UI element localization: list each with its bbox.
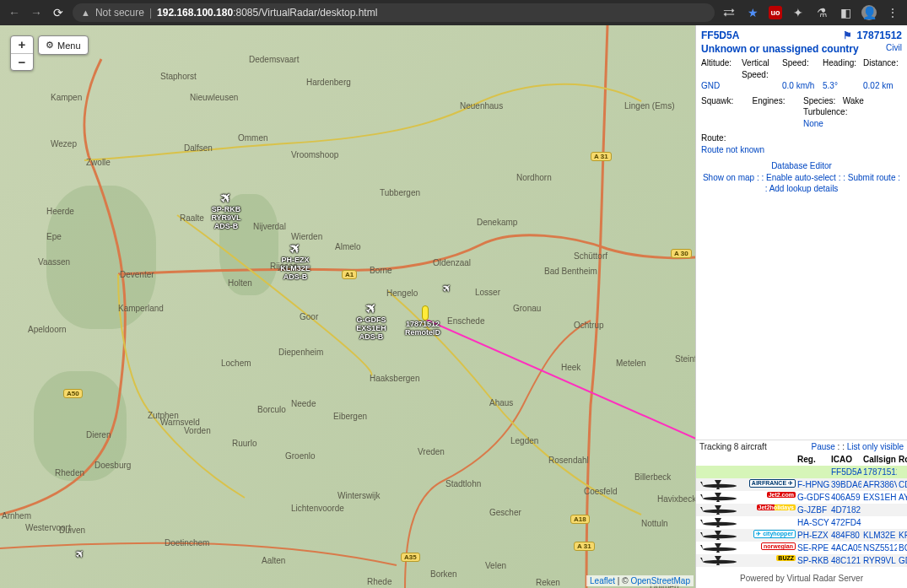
road-badge: A 30 xyxy=(671,249,692,258)
list-header: Tracking 8 aircraft Pause : : List only … xyxy=(696,440,907,453)
cell-callsign xyxy=(861,516,897,529)
cell-icao: FF5D5A xyxy=(829,466,861,478)
svg-point-7 xyxy=(703,560,737,564)
cell-icao: 484F80 xyxy=(829,529,861,542)
cell-reg: F-HPNG xyxy=(796,478,829,491)
sidebar: FF5D5A ⚑ 17871512 Unknown or unassigned … xyxy=(696,25,907,588)
cell-route xyxy=(897,516,907,529)
list-row[interactable]: AIRFRANCE ✈F-HPNG39BDA6AFR386VCDG xyxy=(696,478,907,491)
cell-reg: SP-RKB xyxy=(796,554,829,567)
add-lookup-link[interactable]: Add lookup details xyxy=(769,184,839,193)
value-distance: 0.02 km xyxy=(863,80,902,92)
road-badge: A50 xyxy=(63,389,83,398)
cell-route xyxy=(897,466,907,478)
cell-callsign: EXS1EH xyxy=(861,491,897,504)
panel-icon[interactable]: ◧ xyxy=(838,5,853,20)
detail-civilian: Civil xyxy=(886,42,902,56)
list-head-row: Reg. ICAO Callsign Rout xyxy=(696,453,907,466)
cell-icao: 4ACA05 xyxy=(829,542,861,554)
list-row[interactable]: FF5D5A17871512 xyxy=(696,466,907,478)
silhouette-cell: AIRFRANCE ✈ xyxy=(696,478,796,491)
label-speed: Speed: xyxy=(782,57,821,80)
cell-reg: PH-EZX xyxy=(796,529,829,542)
reload-button[interactable]: ⟳ xyxy=(51,5,66,20)
value-vs xyxy=(742,80,780,92)
detail-country: Unknown or unassigned country xyxy=(701,42,859,56)
silhouette-cell: BUZZ xyxy=(696,554,796,567)
extensions-icon[interactable]: ✦ xyxy=(791,5,806,20)
list-row[interactable]: Jet2holidaysG-JZBF4D7182 xyxy=(696,504,907,516)
col-route[interactable]: Rout xyxy=(897,453,907,466)
cell-icao: 39BDA6 xyxy=(829,478,861,491)
airline-badge: BUZZ xyxy=(776,555,796,561)
airline-badge: ✈ cityhopper xyxy=(753,530,796,538)
col-reg[interactable]: Reg. xyxy=(796,453,829,466)
cell-route: CDG xyxy=(897,478,907,491)
share-icon[interactable]: ⮂ xyxy=(721,5,737,20)
zoom-out-button[interactable]: − xyxy=(11,53,33,70)
list-row[interactable]: BUZZSP-RKB48C121RYR9VLGDN xyxy=(696,554,907,567)
col-icao[interactable]: ICAO xyxy=(829,453,861,466)
selected-marker[interactable] xyxy=(422,305,429,321)
cell-icao: 4D7182 xyxy=(829,504,861,516)
cell-route: BCN xyxy=(897,542,907,554)
show-on-map-link[interactable]: Show on map xyxy=(703,173,754,182)
labs-icon[interactable]: ⚗ xyxy=(814,5,829,20)
road-badge: A1 xyxy=(342,270,357,279)
profile-avatar[interactable]: 👤 xyxy=(861,5,877,20)
detail-callsign: 17871512 xyxy=(857,29,902,42)
silhouette-cell: Jet2.com xyxy=(696,491,796,504)
bookmark-icon[interactable]: ★ xyxy=(745,5,760,20)
map[interactable]: A 31A 30A1A50A18A 31A35 DedemsvaartHarde… xyxy=(0,25,696,588)
cell-route xyxy=(897,504,907,516)
map-attribution: Leaflet | © OpenStreetMap xyxy=(586,575,694,586)
cell-reg: SE-RPE xyxy=(796,542,829,554)
flag-icon: ⚑ xyxy=(843,29,852,42)
ublock-icon[interactable]: uo xyxy=(769,6,782,19)
col-callsign[interactable]: Callsign xyxy=(861,453,897,466)
url-text: 192.168.100.180:8085/VirtualRadar/deskto… xyxy=(157,7,377,19)
value-route: Route not known xyxy=(701,145,764,154)
chrome-actions: ⮂ ★ uo ✦ ⚗ ◧ 👤 ⋮ xyxy=(721,5,900,20)
zoom-in-button[interactable]: + xyxy=(11,36,33,53)
tracking-count: Tracking 8 aircraft xyxy=(699,442,767,451)
submit-route-link[interactable]: Submit route xyxy=(848,173,896,182)
cell-callsign: 17871512 xyxy=(861,466,897,478)
label-altitude: Altitude: xyxy=(701,57,740,80)
menu-button[interactable]: ⚙ Menu xyxy=(38,35,89,55)
cell-reg: G-JZBF xyxy=(796,504,829,516)
cell-icao: 406A59 xyxy=(829,491,861,504)
kebab-icon[interactable]: ⋮ xyxy=(885,5,900,20)
list-row[interactable]: HA-SCY472FD4 xyxy=(696,516,907,529)
silhouette-cell xyxy=(696,516,796,529)
db-editor-link[interactable]: Database Editor xyxy=(771,161,832,170)
menu-label: Menu xyxy=(57,40,81,51)
road-badge: A35 xyxy=(401,553,420,562)
cell-reg: HA-SCY xyxy=(796,516,829,529)
detail-icao: FF5D5A xyxy=(701,29,739,42)
forward-button[interactable]: → xyxy=(29,5,44,20)
osm-link[interactable]: OpenStreetMap xyxy=(630,576,690,585)
list-row[interactable]: norwegianSE-RPE4ACA05NSZ5512BCN xyxy=(696,542,907,554)
svg-point-1 xyxy=(703,484,737,488)
pause-link[interactable]: Pause xyxy=(811,442,834,451)
label-vs: Vertical Speed: xyxy=(742,57,780,80)
cell-reg: G-GDFS xyxy=(796,491,829,504)
cell-icao: 48C121 xyxy=(829,554,861,567)
list-row[interactable]: ✈ cityhopperPH-EZX484F80KLM32EKRK xyxy=(696,529,907,542)
auto-select-link[interactable]: Enable auto-select xyxy=(766,173,836,182)
cell-route: AYT- xyxy=(897,491,907,504)
back-button[interactable]: ← xyxy=(7,5,22,20)
footer-text: Powered by Virtual Radar Server xyxy=(696,567,907,588)
cell-callsign: AFR386V xyxy=(861,478,897,491)
list-only-visible-link[interactable]: List only visible xyxy=(847,442,904,451)
cell-callsign: NSZ5512 xyxy=(861,542,897,554)
value-speed: 0.0 km/h xyxy=(782,80,821,92)
cell-route: KRK xyxy=(897,529,907,542)
value-altitude: GND xyxy=(701,80,740,92)
airline-badge: Jet2holidays xyxy=(757,504,796,510)
address-bar[interactable]: ▲ Not secure | 192.168.100.180:8085/Virt… xyxy=(73,3,715,22)
list-row[interactable]: Jet2.comG-GDFS406A59EXS1EHAYT- xyxy=(696,491,907,504)
silhouette-cell: Jet2holidays xyxy=(696,504,796,516)
leaflet-link[interactable]: Leaflet xyxy=(590,576,615,585)
